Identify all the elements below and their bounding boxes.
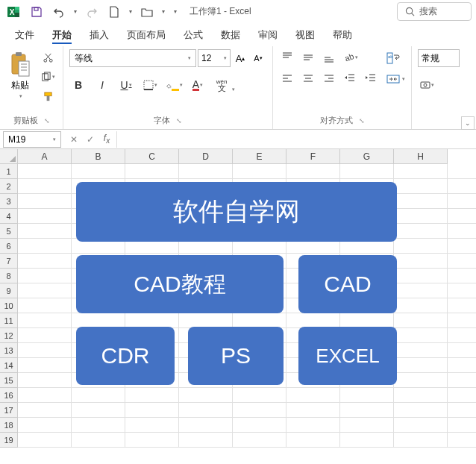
cell[interactable] — [233, 433, 286, 448]
copy-icon[interactable]: ▾ — [39, 69, 57, 85]
shape-ps[interactable]: PS — [188, 327, 284, 385]
tab-view[interactable]: 视图 — [286, 24, 324, 46]
paste-button[interactable]: 粘贴 ▾ — [6, 49, 34, 101]
cell[interactable] — [394, 313, 448, 328]
cell[interactable] — [179, 313, 233, 328]
underline-button[interactable]: U▾ — [117, 76, 135, 94]
row-header[interactable]: 18 — [0, 418, 18, 433]
cell[interactable] — [233, 388, 286, 403]
bold-button[interactable]: B — [69, 76, 87, 94]
cell[interactable] — [179, 403, 233, 418]
tab-help[interactable]: 帮助 — [324, 24, 361, 46]
cell[interactable] — [125, 403, 179, 418]
shape-cdr[interactable]: CDR — [76, 327, 175, 385]
cell[interactable] — [340, 388, 394, 403]
cell[interactable] — [72, 403, 125, 418]
cell[interactable] — [18, 239, 72, 254]
cell[interactable] — [394, 194, 448, 209]
fx-icon[interactable]: fx — [98, 131, 115, 148]
search-box[interactable]: 搜索 — [397, 2, 472, 21]
cell[interactable] — [72, 418, 125, 433]
cell[interactable] — [448, 388, 476, 403]
font-size-selector[interactable]: 12▾ — [198, 49, 231, 67]
undo-icon[interactable] — [49, 2, 69, 22]
cell[interactable] — [448, 313, 476, 328]
new-file-icon[interactable] — [104, 2, 124, 22]
font-color-button[interactable]: A▾ — [189, 76, 207, 94]
cell[interactable] — [394, 209, 448, 224]
cell[interactable] — [125, 388, 179, 403]
orientation-icon[interactable]: ab▾ — [342, 49, 358, 66]
border-button[interactable]: ▾ — [141, 76, 159, 94]
fill-color-button[interactable]: ▾ — [165, 76, 183, 94]
row-header[interactable]: 12 — [0, 328, 18, 343]
row-header[interactable]: 5 — [0, 224, 18, 239]
tab-insert[interactable]: 插入 — [81, 24, 118, 46]
cell[interactable] — [72, 313, 125, 328]
row-header[interactable]: 9 — [0, 283, 18, 298]
cell[interactable] — [18, 388, 72, 403]
row-header[interactable]: 15 — [0, 373, 18, 388]
col-header[interactable]: H — [394, 149, 448, 164]
cell[interactable] — [448, 328, 476, 343]
cell[interactable] — [18, 433, 72, 448]
cell[interactable] — [286, 433, 340, 448]
cell[interactable] — [72, 164, 125, 179]
cell[interactable] — [233, 164, 286, 179]
cell[interactable] — [448, 239, 476, 254]
decrease-indent-icon[interactable] — [342, 70, 358, 87]
cell[interactable] — [179, 418, 233, 433]
cell[interactable] — [448, 209, 476, 224]
cell[interactable] — [233, 313, 286, 328]
cell[interactable] — [394, 388, 448, 403]
redo-icon[interactable] — [82, 2, 101, 22]
cell[interactable] — [394, 269, 448, 283]
cell[interactable] — [179, 433, 233, 448]
cell[interactable] — [286, 313, 340, 328]
cell[interactable] — [394, 403, 448, 418]
cell[interactable] — [394, 418, 448, 433]
tab-data[interactable]: 数据 — [212, 24, 249, 46]
font-name-selector[interactable]: 等线▾ — [69, 49, 196, 67]
open-dropdown[interactable]: ▾ — [160, 8, 167, 15]
cell[interactable] — [286, 388, 340, 403]
align-center-icon[interactable] — [300, 70, 316, 87]
cell[interactable] — [18, 403, 72, 418]
expand-formula-bar-icon[interactable]: ⌄ — [461, 116, 475, 130]
align-bottom-icon[interactable] — [321, 49, 337, 66]
cell[interactable] — [18, 194, 72, 209]
cell[interactable] — [18, 283, 72, 298]
row-header[interactable]: 8 — [0, 269, 18, 283]
shape-excel[interactable]: EXCEL — [298, 327, 397, 385]
col-header[interactable]: E — [233, 149, 286, 164]
qat-customize-icon[interactable]: ▾ — [170, 8, 181, 15]
row-header[interactable]: 10 — [0, 298, 18, 313]
cell[interactable] — [448, 179, 476, 194]
cell[interactable] — [448, 343, 476, 358]
cell[interactable] — [72, 433, 125, 448]
select-all-corner[interactable] — [0, 149, 18, 164]
cell[interactable] — [125, 418, 179, 433]
align-right-icon[interactable] — [321, 70, 337, 87]
formula-input[interactable] — [116, 131, 476, 148]
cell[interactable] — [448, 224, 476, 239]
align-middle-icon[interactable] — [300, 49, 316, 66]
tab-page-layout[interactable]: 页面布局 — [118, 24, 175, 46]
row-header[interactable]: 1 — [0, 164, 18, 179]
col-header[interactable]: D — [179, 149, 233, 164]
cell[interactable] — [179, 388, 233, 403]
tab-formulas[interactable]: 公式 — [175, 24, 212, 46]
row-header[interactable]: 14 — [0, 358, 18, 373]
undo-dropdown[interactable]: ▾ — [72, 8, 79, 15]
italic-button[interactable]: I — [93, 76, 111, 94]
cell[interactable] — [448, 269, 476, 283]
row-header[interactable]: 19 — [0, 433, 18, 448]
number-format-selector[interactable]: 常规 — [418, 49, 460, 67]
enter-formula-icon[interactable]: ✓ — [82, 131, 98, 148]
row-header[interactable]: 7 — [0, 254, 18, 269]
cell[interactable] — [394, 328, 448, 343]
cell[interactable] — [448, 358, 476, 373]
save-icon[interactable] — [27, 2, 46, 22]
cell[interactable] — [394, 179, 448, 194]
cell[interactable] — [233, 418, 286, 433]
